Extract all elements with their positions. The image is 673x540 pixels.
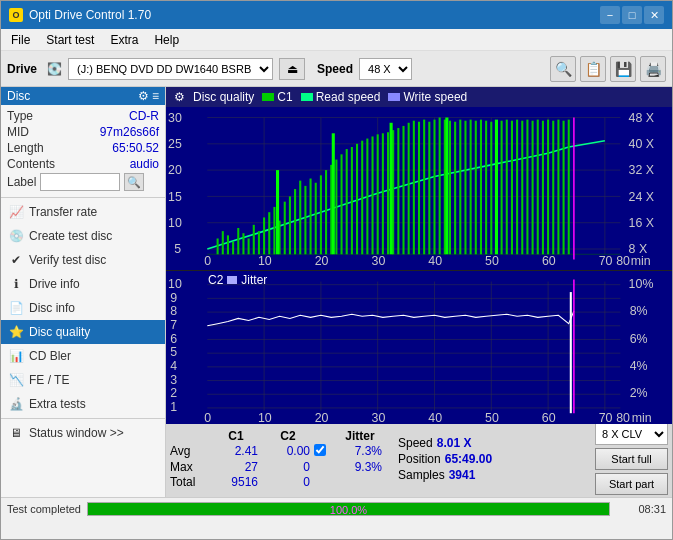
jitter-checkbox-wrap[interactable] bbox=[314, 444, 334, 459]
svg-text:40: 40 bbox=[428, 254, 442, 268]
chart-settings-icon: ⚙ bbox=[174, 90, 185, 104]
stats-header-row: C1 C2 Jitter bbox=[170, 429, 386, 443]
toolbar-btn-3[interactable]: 💾 bbox=[610, 56, 636, 82]
menu-file[interactable]: File bbox=[5, 31, 36, 49]
svg-text:10: 10 bbox=[168, 216, 182, 230]
speed-buttons-panel: 8 X CLV 4 X CLV 16 X CLV Start full Star… bbox=[595, 423, 668, 495]
speed-mode-select[interactable]: 8 X CLV 4 X CLV 16 X CLV bbox=[595, 423, 668, 445]
stats-col-empty bbox=[170, 429, 210, 443]
speed-label: Speed bbox=[317, 62, 353, 76]
stats-col-c1-header: C1 bbox=[210, 429, 262, 443]
speed-label: Speed bbox=[398, 436, 433, 450]
upper-chart: 30 25 20 15 10 5 0 10 20 30 40 50 60 70 … bbox=[166, 107, 672, 271]
disc-mid-val: 97m26s66f bbox=[100, 125, 159, 139]
toolbar-btn-2[interactable]: 📋 bbox=[580, 56, 606, 82]
svg-text:50: 50 bbox=[485, 411, 499, 424]
elapsed-time: 08:31 bbox=[616, 503, 666, 515]
svg-text:7: 7 bbox=[170, 318, 177, 332]
label-search-button[interactable]: 🔍 bbox=[124, 173, 144, 191]
svg-text:4%: 4% bbox=[630, 359, 648, 373]
stats-avg-c1: 2.41 bbox=[210, 444, 262, 459]
menu-extra[interactable]: Extra bbox=[104, 31, 144, 49]
sidebar-item-extra-tests[interactable]: 🔬 Extra tests bbox=[1, 392, 165, 416]
legend-read-speed-box bbox=[301, 93, 313, 101]
verify-test-disc-icon: ✔ bbox=[9, 253, 23, 267]
svg-text:0: 0 bbox=[204, 411, 211, 424]
stats-table: C1 C2 Jitter Avg 2.41 0.00 7.3% Max 27 bbox=[170, 429, 386, 489]
fe-te-icon: 📉 bbox=[9, 373, 23, 387]
legend-write-speed: Write speed bbox=[388, 90, 467, 104]
svg-text:24 X: 24 X bbox=[629, 190, 655, 204]
stats-max-jitter: 9.3% bbox=[334, 460, 386, 474]
svg-text:9: 9 bbox=[170, 290, 177, 304]
status-text: Test completed bbox=[7, 503, 81, 515]
svg-text:5: 5 bbox=[174, 242, 181, 256]
svg-text:2: 2 bbox=[170, 386, 177, 400]
drive-bar: Drive 💽 (J:) BENQ DVD DD DW1640 BSRB ⏏ S… bbox=[1, 51, 672, 87]
svg-text:30: 30 bbox=[168, 111, 182, 125]
lower-chart-svg: 10 9 8 7 6 5 4 3 2 1 10% 8% 6% 4% 2% bbox=[166, 271, 672, 424]
start-part-button[interactable]: Start part bbox=[595, 473, 668, 495]
disc-header-icons: ⚙ ≡ bbox=[138, 89, 159, 103]
toolbar-btn-1[interactable]: 🔍 bbox=[550, 56, 576, 82]
disc-contents-val: audio bbox=[130, 157, 159, 171]
svg-text:8: 8 bbox=[170, 304, 177, 318]
sidebar-item-transfer-rate[interactable]: 📈 Transfer rate bbox=[1, 200, 165, 224]
sidebar-item-disc-quality[interactable]: ⭐ Disc quality bbox=[1, 320, 165, 344]
legend-write-speed-box bbox=[388, 93, 400, 101]
legend-read-speed: Read speed bbox=[301, 90, 381, 104]
sidebar-item-status-window[interactable]: 🖥 Status window >> bbox=[1, 421, 165, 445]
c2-label: C2 bbox=[208, 273, 223, 287]
sidebar-label-fe-te: FE / TE bbox=[29, 373, 69, 387]
close-button[interactable]: ✕ bbox=[644, 6, 664, 24]
sidebar-item-cd-bler[interactable]: 📊 CD Bler bbox=[1, 344, 165, 368]
create-test-disc-icon: 💿 bbox=[9, 229, 23, 243]
start-full-button[interactable]: Start full bbox=[595, 448, 668, 470]
sidebar-item-create-test-disc[interactable]: 💿 Create test disc bbox=[1, 224, 165, 248]
menu-start-test[interactable]: Start test bbox=[40, 31, 100, 49]
jitter-legend-label: Jitter bbox=[241, 273, 267, 287]
sidebar-item-drive-info[interactable]: ℹ Drive info bbox=[1, 272, 165, 296]
sidebar-item-fe-te[interactable]: 📉 FE / TE bbox=[1, 368, 165, 392]
svg-text:30: 30 bbox=[371, 254, 385, 268]
stats-max-jitter-spacer bbox=[314, 460, 334, 474]
svg-text:16 X: 16 X bbox=[629, 216, 655, 230]
title-bar: O Opti Drive Control 1.70 − □ ✕ bbox=[1, 1, 672, 29]
toolbar-btn-4[interactable]: 🖨️ bbox=[640, 56, 666, 82]
svg-text:40 X: 40 X bbox=[629, 137, 655, 151]
speed-select[interactable]: 48 X 32 X 16 X 8 X bbox=[359, 58, 412, 80]
stats-total-c1: 9516 bbox=[210, 475, 262, 489]
c2-legend-box bbox=[227, 276, 237, 284]
cd-bler-icon: 📊 bbox=[9, 349, 23, 363]
samples-label: Samples bbox=[398, 468, 445, 482]
svg-text:10%: 10% bbox=[629, 277, 654, 291]
disc-length-val: 65:50.52 bbox=[112, 141, 159, 155]
stats-max-row: Max 27 0 9.3% bbox=[170, 460, 386, 474]
svg-rect-111 bbox=[166, 271, 672, 424]
disc-type-row: Type CD-R bbox=[7, 109, 159, 123]
svg-text:0: 0 bbox=[204, 254, 211, 268]
jitter-checkbox[interactable] bbox=[314, 444, 326, 456]
samples-value: 3941 bbox=[449, 468, 476, 482]
menu-help[interactable]: Help bbox=[148, 31, 185, 49]
label-input[interactable] bbox=[40, 173, 120, 191]
progress-bar: 100.0% bbox=[87, 502, 610, 516]
stats-avg-row: Avg 2.41 0.00 7.3% bbox=[170, 444, 386, 459]
drive-select[interactable]: (J:) BENQ DVD DD DW1640 BSRB bbox=[68, 58, 273, 80]
maximize-button[interactable]: □ bbox=[622, 6, 642, 24]
minimize-button[interactable]: − bbox=[600, 6, 620, 24]
stats-total-jitter-spacer bbox=[314, 475, 334, 489]
svg-text:1: 1 bbox=[170, 400, 177, 414]
sidebar-label-drive-info: Drive info bbox=[29, 277, 80, 291]
disc-label-key: Label bbox=[7, 175, 36, 189]
speed-position-panel: Speed 8.01 X Position 65:49.00 Samples 3… bbox=[398, 436, 492, 482]
eject-button[interactable]: ⏏ bbox=[279, 58, 305, 80]
sidebar-label-status-window: Status window >> bbox=[29, 426, 124, 440]
stats-col-jitter-header: Jitter bbox=[334, 429, 386, 443]
extra-tests-icon: 🔬 bbox=[9, 397, 23, 411]
sidebar-item-verify-test-disc[interactable]: ✔ Verify test disc bbox=[1, 248, 165, 272]
drive-info-icon: ℹ bbox=[9, 277, 23, 291]
svg-text:48 X: 48 X bbox=[629, 111, 655, 125]
app-title: Opti Drive Control 1.70 bbox=[29, 8, 151, 22]
sidebar-item-disc-info[interactable]: 📄 Disc info bbox=[1, 296, 165, 320]
